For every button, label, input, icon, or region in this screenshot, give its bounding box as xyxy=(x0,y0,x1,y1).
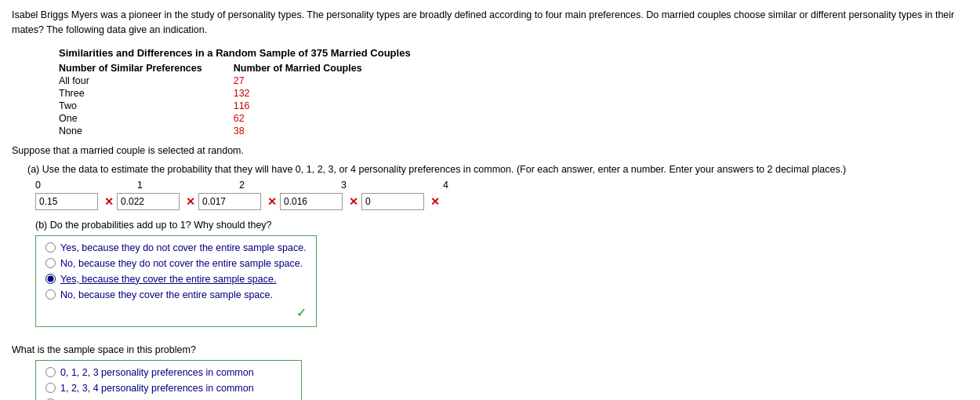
question-c-block: What is the sample space in this problem… xyxy=(12,344,968,401)
radio-input-c-0[interactable] xyxy=(45,367,56,377)
answer-input-4[interactable] xyxy=(361,193,424,210)
question-c-radio-section: 0, 1, 2, 3 personality preferences in co… xyxy=(35,360,302,401)
radio-input-c-1[interactable] xyxy=(45,383,56,393)
table-row-value: 116 xyxy=(234,100,394,112)
radio-option-b-0[interactable]: Yes, because they do not cover the entir… xyxy=(45,242,307,253)
data-table: Number of Similar Preferences Number of … xyxy=(59,62,394,137)
col2-header: Number of Married Couples xyxy=(234,62,394,75)
intro-text: Isabel Briggs Myers was a pioneer in the… xyxy=(12,8,968,38)
radio-input-b-0[interactable] xyxy=(45,242,56,253)
radio-label-c-1: 1, 2, 3, 4 personality preferences in co… xyxy=(60,383,254,394)
radio-option-c-0[interactable]: 0, 1, 2, 3 personality preferences in co… xyxy=(45,367,292,378)
x-mark-3: ✕ xyxy=(349,195,358,208)
answer-input-2[interactable] xyxy=(198,193,261,210)
table-row-label: None xyxy=(59,125,234,137)
radio-label-b-0: Yes, because they do not cover the entir… xyxy=(60,242,307,253)
col-num-4: 4 xyxy=(443,180,521,191)
radio-label-b-1: No, because they do not cover the entire… xyxy=(60,258,303,269)
question-b-radio-section: Yes, because they do not cover the entir… xyxy=(35,235,317,327)
radio-label-b-2: Yes, because they cover the entire sampl… xyxy=(60,274,276,285)
input-group-1: ✕ xyxy=(117,193,198,210)
radio-option-b-2[interactable]: Yes, because they cover the entire sampl… xyxy=(45,274,307,285)
table-row-label: All four xyxy=(59,75,234,87)
question-b-block: (b) Do the probabilities add up to 1? Wh… xyxy=(12,220,968,335)
question-c-label: What is the sample space in this problem… xyxy=(12,344,968,355)
radio-option-b-3[interactable]: No, because they cover the entire sample… xyxy=(45,289,307,300)
input-group-2: ✕ xyxy=(198,193,280,210)
table-row-label: Three xyxy=(59,87,234,100)
col-num-1: 1 xyxy=(137,180,216,191)
answer-input-1[interactable] xyxy=(117,193,180,210)
col-num-2: 2 xyxy=(239,180,318,191)
radio-input-b-3[interactable] xyxy=(45,289,56,300)
table-row-value: 62 xyxy=(234,112,394,125)
table-row-value: 38 xyxy=(234,125,394,137)
check-mark-b: ✓ xyxy=(45,305,307,320)
table-section: Similarities and Differences in a Random… xyxy=(59,47,968,137)
question-a-block: (a) Use the data to estimate the probabi… xyxy=(12,164,968,210)
x-mark-2: ✕ xyxy=(267,195,277,208)
answer-input-0[interactable] xyxy=(35,193,98,210)
input-group-3: ✕ xyxy=(280,193,361,210)
col-num-0: 0 xyxy=(35,180,114,191)
x-mark-1: ✕ xyxy=(186,195,195,208)
input-group-0: ✕ xyxy=(35,193,117,210)
table-row-value: 132 xyxy=(234,87,394,100)
col-num-3: 3 xyxy=(341,180,419,191)
inputs-row: ✕ ✕ ✕ ✕ ✕ xyxy=(35,193,968,210)
question-b-label: (b) Do the probabilities add up to 1? Wh… xyxy=(35,220,968,231)
input-group-4: ✕ xyxy=(361,193,443,210)
table-row-label: Two xyxy=(59,100,234,112)
radio-option-b-1[interactable]: No, because they do not cover the entire… xyxy=(45,258,307,269)
suppose-text: Suppose that a married couple is selecte… xyxy=(12,145,968,156)
col-numbers-row: 0 1 2 3 4 xyxy=(35,180,968,191)
table-row-value: 27 xyxy=(234,75,394,87)
table-title: Similarities and Differences in a Random… xyxy=(59,47,968,59)
answer-input-3[interactable] xyxy=(280,193,343,210)
radio-label-c-0: 0, 1, 2, 3 personality preferences in co… xyxy=(60,367,254,378)
table-row-label: One xyxy=(59,112,234,125)
radio-input-b-1[interactable] xyxy=(45,258,56,268)
radio-input-b-2[interactable] xyxy=(45,274,56,284)
radio-option-c-1[interactable]: 1, 2, 3, 4 personality preferences in co… xyxy=(45,383,292,394)
col1-header: Number of Similar Preferences xyxy=(59,62,234,75)
x-mark-0: ✕ xyxy=(104,195,114,208)
question-a-label: (a) Use the data to estimate the probabi… xyxy=(27,164,968,175)
x-mark-4: ✕ xyxy=(430,195,440,208)
radio-label-b-3: No, because they cover the entire sample… xyxy=(60,289,273,300)
